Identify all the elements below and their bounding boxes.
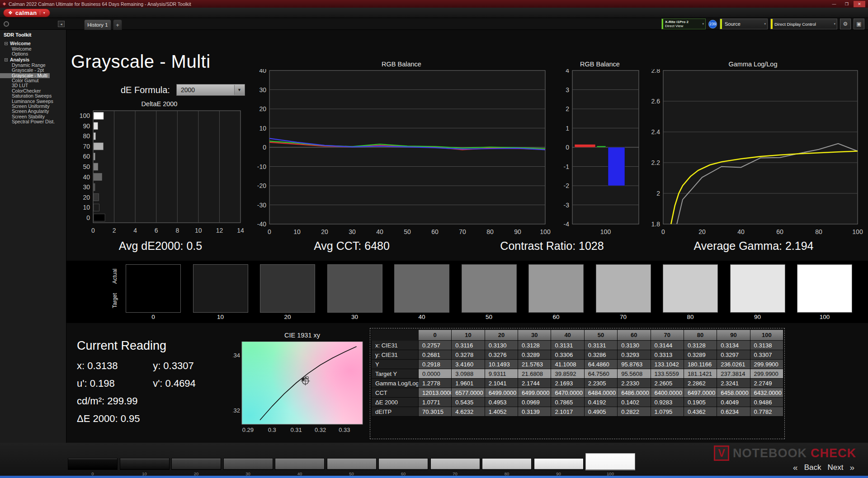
table-cell: 4.6232 — [452, 407, 485, 417]
pattern-level-button-80[interactable] — [482, 458, 532, 470]
tab-history-1[interactable]: History 1 — [84, 19, 111, 30]
table-cell: 0.7865 — [551, 398, 584, 407]
source-selector[interactable]: Source ▾ — [720, 19, 768, 29]
table-header-row: 0102030405060708090100 — [372, 330, 783, 341]
collapse-minus-icon[interactable] — [5, 42, 8, 45]
sidebar-item-spectral-power-dist[interactable]: Spectral Power Dist. — [0, 119, 66, 124]
table-cell: 64.7560 — [584, 369, 617, 379]
swatch-level-label: 20 — [284, 314, 291, 320]
settings-gear-button[interactable]: ⚙ — [840, 19, 851, 29]
calman-menu-button[interactable]: ❖ calman ▾ — [3, 9, 50, 17]
sidebar-item-saturation-sweeps[interactable]: Saturation Sweeps — [0, 94, 66, 98]
add-tab-button[interactable]: + — [113, 19, 122, 30]
svg-text:50: 50 — [404, 228, 411, 235]
sidebar-item-welcome[interactable]: Welcome — [0, 47, 66, 52]
collapse-minus-icon[interactable] — [5, 58, 8, 61]
svg-text:-1: -1 — [564, 163, 570, 170]
table-cell: 0.6234 — [717, 407, 750, 417]
swatch-level-label: 10 — [217, 314, 224, 320]
pattern-level-button-40[interactable] — [275, 458, 325, 470]
pattern-level-button-50[interactable] — [327, 458, 377, 470]
hardware-toolbar: X-Rite i1Pro 2 Direct View ▾ 239 Source … — [661, 19, 864, 29]
current-reading-title: Current Reading — [77, 339, 196, 353]
next-button[interactable]: Next — [827, 463, 843, 472]
table-cell: 2.3241 — [717, 379, 750, 388]
svg-text:40: 40 — [259, 69, 266, 74]
meter-count-badge[interactable]: 239 — [708, 20, 717, 28]
pattern-level-button-60[interactable] — [378, 458, 428, 470]
reading-x: x: 0.3138 — [77, 360, 150, 372]
rgb-balance-line-title: RGB Balance — [248, 61, 555, 69]
maximize-button[interactable]: ❐ — [841, 1, 853, 7]
svg-text:2.6: 2.6 — [651, 98, 660, 105]
svg-text:0: 0 — [263, 144, 266, 151]
table-cell: 0.4049 — [717, 398, 750, 407]
table-row-label: ΔE 2000 — [372, 398, 419, 407]
table-row-x-cie31: x: CIE310.27570.31160.31300.31280.31310.… — [372, 341, 783, 350]
tree-group-welcome[interactable]: Welcome — [0, 41, 66, 47]
table-row-label: y: CIE31 — [372, 350, 419, 360]
table-column-header-20: 20 — [485, 330, 518, 341]
chevron-down-icon: ▼ — [234, 85, 244, 95]
table-cell: 0.3144 — [651, 341, 684, 350]
svg-text:70: 70 — [83, 143, 90, 150]
workflow-tree: WelcomeWelcomeOptionsAnalysisDynamic Ran… — [0, 41, 66, 125]
svg-text:10: 10 — [83, 204, 90, 211]
table-cell: 0.3289 — [518, 350, 551, 360]
meter-selector[interactable]: X-Rite i1Pro 2 Direct View ▾ — [661, 19, 706, 29]
reading-xy: x: 0.3138 y: 0.3307 — [77, 360, 196, 372]
layout-button[interactable]: ▣ — [854, 19, 864, 29]
table-cell: 0.3289 — [684, 350, 717, 360]
table-cell: 0.9283 — [651, 398, 684, 407]
table-cell: 299.9900 — [750, 369, 783, 379]
pattern-level-button-0[interactable] — [68, 458, 118, 470]
close-button[interactable]: ✕ — [854, 1, 865, 7]
table-cell: 0.3307 — [750, 350, 783, 360]
table-cell: 237.3814 — [717, 369, 750, 379]
pattern-level-button-90[interactable] — [534, 458, 584, 470]
svg-text:0.33: 0.33 — [339, 426, 350, 433]
table-cell: 0.3276 — [485, 350, 518, 360]
stat-contrast-ratio: Contrast Ratio: 1028 — [500, 239, 604, 253]
svg-text:40: 40 — [83, 173, 90, 181]
svg-text:1: 1 — [566, 125, 569, 132]
de-formula-dropdown[interactable]: 2000 ▼ — [176, 84, 245, 96]
pattern-level-button-30[interactable] — [223, 458, 273, 470]
reading-u: u': 0.198 — [77, 378, 150, 389]
sidebar-item-color-gamut[interactable]: Color Gamut — [0, 78, 66, 83]
swatch-level-label: 70 — [620, 314, 627, 320]
sidebar-collapse-button[interactable]: ◄ — [58, 21, 65, 27]
sidebar-item-options[interactable]: Options — [0, 52, 66, 56]
svg-text:60: 60 — [83, 153, 90, 160]
table-cell: 236.0261 — [717, 360, 750, 369]
table-cell: 0.3128 — [684, 341, 717, 350]
tree-group-analysis[interactable]: Analysis — [0, 57, 66, 63]
next-chevron-icon[interactable]: » — [849, 463, 854, 473]
table-row-label: Gamma Log/Log — [372, 379, 419, 388]
workspace-dot-icon[interactable] — [4, 21, 9, 27]
table-cell: 2.1041 — [485, 379, 518, 388]
table-column-header-10: 10 — [452, 330, 485, 341]
back-button[interactable]: Back — [804, 463, 821, 472]
gamma-chart: Gamma Log/Log 1.822.22.42.62.80204060801… — [641, 61, 865, 239]
table-cell: 2.2749 — [750, 379, 783, 388]
app-icon: ◆ — [3, 2, 6, 6]
sidebar-item-grayscale-2pt[interactable]: Grayscale - 2pt — [0, 68, 66, 73]
swatch-level-label: 50 — [486, 314, 492, 320]
svg-text:4: 4 — [566, 69, 569, 74]
pattern-level-button-10[interactable] — [120, 458, 170, 470]
svg-text:20: 20 — [321, 228, 328, 235]
pattern-level-button-100[interactable] — [585, 453, 635, 470]
svg-text:90: 90 — [514, 228, 521, 235]
svg-text:2: 2 — [566, 105, 569, 112]
pattern-level-button-20[interactable] — [171, 458, 221, 470]
table-cell: 2.2862 — [684, 379, 717, 388]
gamma-chart-title: Gamma Log/Log — [641, 61, 865, 69]
table-cell: 0.0969 — [518, 398, 551, 407]
pattern-level-button-70[interactable] — [430, 458, 480, 470]
minimize-button[interactable]: — — [828, 1, 840, 7]
display-control-selector[interactable]: Direct Display Control ▾ — [770, 19, 837, 29]
table-cell: 6400.0000 — [651, 388, 684, 398]
reading-y: y: 0.3307 — [153, 360, 194, 371]
back-chevron-icon[interactable]: « — [793, 463, 798, 473]
